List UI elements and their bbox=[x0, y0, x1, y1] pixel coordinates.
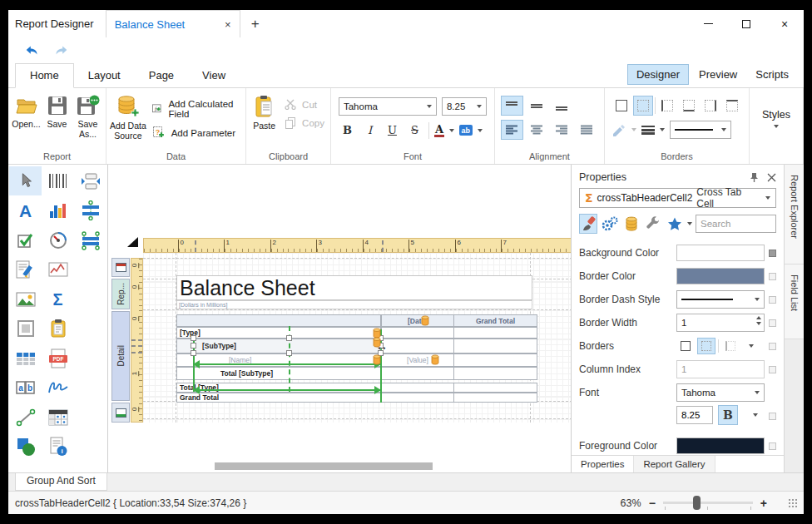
selection-handle[interactable] bbox=[191, 335, 196, 341]
property-marker[interactable] bbox=[769, 273, 776, 280]
tab-layout[interactable]: Layout bbox=[74, 64, 135, 87]
toolbox-character-comb[interactable]: ab bbox=[9, 373, 42, 403]
underline-button[interactable]: U bbox=[384, 121, 401, 139]
borders-partial-button[interactable] bbox=[721, 338, 740, 354]
align-justify-button[interactable] bbox=[576, 120, 598, 140]
ruler-corner-marker[interactable] bbox=[127, 237, 138, 247]
toolbox-pointer[interactable] bbox=[9, 166, 42, 195]
property-marker[interactable] bbox=[769, 319, 776, 327]
toolbox-barcode[interactable] bbox=[42, 166, 74, 195]
border-color-pencil-icon[interactable] bbox=[611, 123, 626, 136]
crosstab-date-header-cell[interactable]: [Date] bbox=[381, 314, 454, 327]
border-dash-style-combo[interactable] bbox=[676, 290, 765, 309]
align-middle-button[interactable] bbox=[526, 96, 548, 116]
tab-group-and-sort[interactable]: Group And Sort bbox=[15, 473, 107, 491]
toolbox-cross-band-box[interactable] bbox=[74, 225, 106, 255]
property-marker[interactable] bbox=[769, 366, 776, 373]
right-border-button[interactable] bbox=[701, 96, 720, 116]
favorites-category-button[interactable] bbox=[666, 214, 684, 234]
left-border-button[interactable] bbox=[657, 96, 677, 116]
border-color-swatch[interactable] bbox=[676, 268, 765, 284]
bold-button[interactable]: B bbox=[339, 121, 356, 139]
font-color-dropdown-icon[interactable] bbox=[449, 129, 454, 132]
data-category-button[interactable] bbox=[622, 214, 641, 234]
add-parameter-button[interactable]: ? Add Parameter bbox=[152, 126, 240, 139]
tab-report-gallery[interactable]: Report Gallery bbox=[634, 456, 715, 472]
crosstab-cell[interactable] bbox=[453, 393, 537, 403]
crosstab-grand-total-cell[interactable]: Grand Total bbox=[176, 393, 381, 403]
band-bottom-margin[interactable] bbox=[111, 403, 130, 423]
background-color-swatch[interactable] bbox=[676, 245, 765, 261]
appearance-category-button[interactable] bbox=[579, 214, 597, 234]
crosstab-cell[interactable] bbox=[453, 339, 537, 353]
crosstab-cell[interactable] bbox=[453, 353, 537, 367]
favorites-dropdown-icon[interactable] bbox=[687, 222, 692, 225]
tab-view[interactable]: View bbox=[188, 64, 240, 87]
band-top-margin[interactable] bbox=[111, 258, 130, 277]
line-thickness-dropdown-icon[interactable] bbox=[660, 128, 665, 131]
selection-handle[interactable] bbox=[286, 350, 292, 356]
bold-toggle-button[interactable]: B bbox=[718, 405, 738, 425]
object-selector-combo[interactable]: Σ crossTabHeaderCell2 Cross Tab Cell bbox=[579, 188, 776, 208]
line-style-combo[interactable] bbox=[670, 121, 731, 139]
zoom-out-button[interactable]: − bbox=[649, 497, 656, 510]
toolbox-subreport[interactable] bbox=[42, 314, 74, 344]
crosstab-value-cell[interactable]: [Value] bbox=[381, 353, 454, 367]
all-borders-button[interactable] bbox=[611, 96, 631, 116]
property-marker[interactable] bbox=[769, 442, 776, 450]
zoom-slider-thumb[interactable] bbox=[693, 496, 701, 510]
toolbox-shape[interactable] bbox=[9, 433, 42, 462]
undo-back-icon[interactable] bbox=[25, 45, 39, 56]
toolbox-summary[interactable]: Σ bbox=[42, 284, 74, 314]
toolbox-cross-band-line[interactable] bbox=[74, 196, 106, 225]
spinner-buttons[interactable] bbox=[756, 316, 761, 325]
crosstab-cell[interactable] bbox=[453, 367, 537, 380]
align-bottom-button[interactable] bbox=[551, 96, 573, 116]
align-right-button[interactable] bbox=[551, 120, 573, 140]
new-tab-button[interactable]: + bbox=[240, 10, 270, 37]
toolbox-chart[interactable] bbox=[42, 196, 74, 225]
toolbox-sparkline[interactable] bbox=[42, 255, 74, 284]
maximize-button[interactable] bbox=[727, 10, 765, 37]
font-name-combo[interactable]: Tahoma bbox=[339, 97, 437, 116]
property-marker[interactable] bbox=[769, 413, 776, 420]
styles-button[interactable]: Styles bbox=[752, 91, 800, 128]
open-button[interactable]: Open... bbox=[11, 91, 42, 129]
strikeout-button[interactable]: S bbox=[406, 121, 423, 139]
font-color-button[interactable]: A bbox=[434, 124, 444, 137]
tab-scripts[interactable]: Scripts bbox=[747, 65, 797, 84]
selection-handle[interactable] bbox=[191, 343, 196, 349]
cut-button[interactable]: Cut bbox=[285, 99, 324, 110]
property-marker[interactable] bbox=[769, 343, 776, 350]
pin-icon[interactable] bbox=[750, 172, 759, 183]
font-more-dropdown-icon[interactable] bbox=[753, 413, 758, 417]
toolbox-gauge[interactable] bbox=[42, 225, 74, 255]
tools-category-button[interactable] bbox=[644, 214, 662, 234]
band-detail[interactable]: Detail bbox=[111, 311, 130, 401]
property-marker[interactable] bbox=[769, 296, 776, 304]
top-border-button[interactable] bbox=[722, 96, 742, 116]
report-subtitle-label[interactable]: [Dollars in Millions] bbox=[176, 300, 532, 309]
resize-grip[interactable] bbox=[788, 498, 797, 507]
crosstab-grand-total-header-cell[interactable]: Grand Total bbox=[453, 314, 537, 327]
crosstab-cell[interactable] bbox=[453, 327, 537, 339]
toolbox-rich-text[interactable] bbox=[9, 255, 42, 284]
toolbox-label[interactable]: A bbox=[9, 196, 42, 225]
font-name-combo[interactable]: Tahoma bbox=[676, 383, 765, 402]
selection-handle[interactable] bbox=[191, 350, 196, 356]
borders-none-button[interactable] bbox=[697, 338, 715, 354]
border-width-input[interactable] bbox=[676, 314, 765, 332]
foreground-color-swatch[interactable] bbox=[676, 437, 765, 454]
crosstab-cell[interactable] bbox=[453, 383, 537, 393]
crosstab-total-type-cell[interactable]: Total [Type] bbox=[176, 383, 381, 393]
align-top-button[interactable] bbox=[501, 96, 523, 116]
add-data-source-button[interactable]: Add Data Source bbox=[109, 91, 147, 141]
tab-preview[interactable]: Preview bbox=[691, 65, 745, 84]
align-left-button[interactable] bbox=[501, 120, 523, 140]
no-borders-button[interactable] bbox=[633, 96, 653, 116]
add-calculated-field-button[interactable]: fx Add Calculated Field bbox=[152, 99, 240, 119]
borders-dropdown-icon[interactable] bbox=[749, 344, 754, 348]
save-as-button[interactable]: Save As... bbox=[72, 91, 103, 139]
crosstab-cell[interactable] bbox=[381, 393, 454, 403]
crosstab-corner-cell[interactable] bbox=[176, 314, 381, 327]
